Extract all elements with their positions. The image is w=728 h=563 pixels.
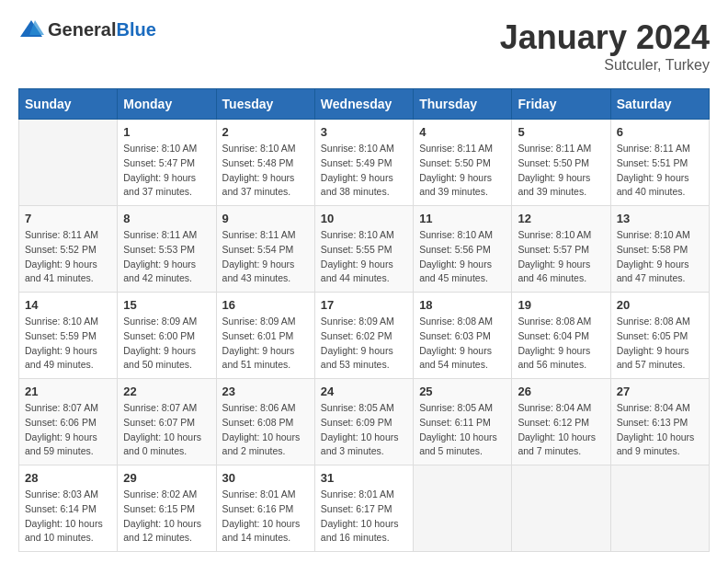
calendar-cell: 15Sunrise: 8:09 AM Sunset: 6:00 PM Dayli… — [118, 293, 216, 379]
calendar-cell: 5Sunrise: 8:11 AM Sunset: 5:50 PM Daylig… — [512, 120, 610, 206]
calendar-cell: 6Sunrise: 8:11 AM Sunset: 5:51 PM Daylig… — [610, 120, 709, 206]
day-info: Sunrise: 8:10 AM Sunset: 5:47 PM Dayligh… — [123, 142, 210, 200]
day-number: 1 — [123, 125, 210, 139]
calendar-cell: 4Sunrise: 8:11 AM Sunset: 5:50 PM Daylig… — [414, 120, 512, 206]
day-number: 19 — [518, 298, 604, 312]
calendar-cell — [19, 120, 118, 206]
calendar-cell: 28Sunrise: 8:03 AM Sunset: 6:14 PM Dayli… — [19, 465, 118, 552]
day-info: Sunrise: 8:09 AM Sunset: 6:00 PM Dayligh… — [123, 315, 210, 373]
calendar-cell: 10Sunrise: 8:10 AM Sunset: 5:55 PM Dayli… — [314, 206, 413, 293]
calendar-cell: 21Sunrise: 8:07 AM Sunset: 6:06 PM Dayli… — [19, 379, 118, 465]
weekday-header-thursday: Thursday — [414, 89, 512, 120]
calendar-header: SundayMondayTuesdayWednesdayThursdayFrid… — [19, 89, 710, 120]
day-number: 27 — [617, 385, 703, 398]
day-number: 29 — [123, 471, 210, 485]
calendar-cell: 7Sunrise: 8:11 AM Sunset: 5:52 PM Daylig… — [19, 206, 118, 293]
day-number: 3 — [321, 125, 407, 139]
calendar-cell: 12Sunrise: 8:10 AM Sunset: 5:57 PM Dayli… — [512, 206, 610, 293]
calendar-cell: 26Sunrise: 8:04 AM Sunset: 6:12 PM Dayli… — [512, 379, 610, 465]
day-info: Sunrise: 8:10 AM Sunset: 5:48 PM Dayligh… — [222, 142, 309, 200]
day-info: Sunrise: 8:02 AM Sunset: 6:15 PM Dayligh… — [123, 488, 210, 546]
day-number: 16 — [222, 298, 309, 312]
calendar-cell — [414, 465, 512, 552]
day-number: 31 — [321, 471, 407, 485]
calendar-cell: 13Sunrise: 8:10 AM Sunset: 5:58 PM Dayli… — [610, 206, 709, 293]
day-number: 4 — [419, 125, 506, 139]
calendar-cell: 16Sunrise: 8:09 AM Sunset: 6:01 PM Dayli… — [216, 293, 314, 379]
day-info: Sunrise: 8:01 AM Sunset: 6:16 PM Dayligh… — [222, 488, 309, 546]
day-number: 9 — [222, 212, 309, 225]
day-info: Sunrise: 8:08 AM Sunset: 6:03 PM Dayligh… — [419, 315, 506, 373]
calendar-cell: 22Sunrise: 8:07 AM Sunset: 6:07 PM Dayli… — [118, 379, 216, 465]
day-info: Sunrise: 8:08 AM Sunset: 6:04 PM Dayligh… — [518, 315, 604, 373]
calendar-cell: 1Sunrise: 8:10 AM Sunset: 5:47 PM Daylig… — [118, 120, 216, 206]
day-number: 15 — [123, 298, 210, 312]
calendar-week-4: 28Sunrise: 8:03 AM Sunset: 6:14 PM Dayli… — [19, 465, 710, 552]
calendar-body: 1Sunrise: 8:10 AM Sunset: 5:47 PM Daylig… — [19, 120, 710, 552]
day-info: Sunrise: 8:10 AM Sunset: 5:49 PM Dayligh… — [321, 142, 407, 200]
day-info: Sunrise: 8:10 AM Sunset: 5:57 PM Dayligh… — [518, 228, 604, 286]
calendar-cell: 25Sunrise: 8:05 AM Sunset: 6:11 PM Dayli… — [414, 379, 512, 465]
day-info: Sunrise: 8:11 AM Sunset: 5:54 PM Dayligh… — [222, 228, 309, 286]
calendar-cell: 23Sunrise: 8:06 AM Sunset: 6:08 PM Dayli… — [216, 379, 314, 465]
weekday-header-saturday: Saturday — [610, 89, 709, 120]
day-info: Sunrise: 8:04 AM Sunset: 6:13 PM Dayligh… — [617, 401, 703, 459]
day-info: Sunrise: 8:03 AM Sunset: 6:14 PM Dayligh… — [25, 488, 111, 546]
day-number: 22 — [123, 385, 210, 398]
weekday-header-sunday: Sunday — [19, 89, 118, 120]
day-info: Sunrise: 8:06 AM Sunset: 6:08 PM Dayligh… — [222, 401, 309, 459]
day-number: 10 — [321, 212, 407, 225]
day-info: Sunrise: 8:10 AM Sunset: 5:59 PM Dayligh… — [25, 315, 111, 373]
logo-general: General — [48, 19, 116, 40]
weekday-row: SundayMondayTuesdayWednesdayThursdayFrid… — [19, 89, 710, 120]
subtitle: Sutculer, Turkey — [500, 57, 710, 74]
day-info: Sunrise: 8:04 AM Sunset: 6:12 PM Dayligh… — [518, 401, 604, 459]
day-info: Sunrise: 8:10 AM Sunset: 5:55 PM Dayligh… — [321, 228, 407, 286]
calendar-cell: 2Sunrise: 8:10 AM Sunset: 5:48 PM Daylig… — [216, 120, 314, 206]
calendar-table: SundayMondayTuesdayWednesdayThursdayFrid… — [18, 88, 710, 552]
weekday-header-friday: Friday — [512, 89, 610, 120]
day-info: Sunrise: 8:11 AM Sunset: 5:50 PM Dayligh… — [518, 142, 604, 200]
day-number: 12 — [518, 212, 604, 225]
calendar-week-2: 14Sunrise: 8:10 AM Sunset: 5:59 PM Dayli… — [19, 293, 710, 379]
day-number: 2 — [222, 125, 309, 139]
day-info: Sunrise: 8:11 AM Sunset: 5:50 PM Dayligh… — [419, 142, 506, 200]
day-number: 11 — [419, 212, 506, 225]
day-info: Sunrise: 8:05 AM Sunset: 6:09 PM Dayligh… — [321, 401, 407, 459]
day-info: Sunrise: 8:11 AM Sunset: 5:53 PM Dayligh… — [123, 228, 210, 286]
logo: GeneralBlue — [18, 18, 156, 40]
title-area: January 2024 Sutculer, Turkey — [500, 18, 710, 74]
calendar-cell: 24Sunrise: 8:05 AM Sunset: 6:09 PM Dayli… — [314, 379, 413, 465]
calendar-cell: 8Sunrise: 8:11 AM Sunset: 5:53 PM Daylig… — [118, 206, 216, 293]
day-number: 5 — [518, 125, 604, 139]
calendar-cell: 27Sunrise: 8:04 AM Sunset: 6:13 PM Dayli… — [610, 379, 709, 465]
calendar-cell: 31Sunrise: 8:01 AM Sunset: 6:17 PM Dayli… — [314, 465, 413, 552]
day-info: Sunrise: 8:01 AM Sunset: 6:17 PM Dayligh… — [321, 488, 407, 546]
day-info: Sunrise: 8:07 AM Sunset: 6:07 PM Dayligh… — [123, 401, 210, 459]
calendar-week-3: 21Sunrise: 8:07 AM Sunset: 6:06 PM Dayli… — [19, 379, 710, 465]
calendar-cell: 17Sunrise: 8:09 AM Sunset: 6:02 PM Dayli… — [314, 293, 413, 379]
day-number: 7 — [25, 212, 111, 225]
day-info: Sunrise: 8:11 AM Sunset: 5:51 PM Dayligh… — [617, 142, 703, 200]
calendar-cell: 19Sunrise: 8:08 AM Sunset: 6:04 PM Dayli… — [512, 293, 610, 379]
calendar-week-1: 7Sunrise: 8:11 AM Sunset: 5:52 PM Daylig… — [19, 206, 710, 293]
day-number: 30 — [222, 471, 309, 485]
calendar-week-0: 1Sunrise: 8:10 AM Sunset: 5:47 PM Daylig… — [19, 120, 710, 206]
weekday-header-wednesday: Wednesday — [314, 89, 413, 120]
day-info: Sunrise: 8:08 AM Sunset: 6:05 PM Dayligh… — [617, 315, 703, 373]
day-number: 14 — [25, 298, 111, 312]
calendar-cell — [610, 465, 709, 552]
day-number: 8 — [123, 212, 210, 225]
calendar-cell — [512, 465, 610, 552]
calendar-cell: 29Sunrise: 8:02 AM Sunset: 6:15 PM Dayli… — [118, 465, 216, 552]
day-info: Sunrise: 8:05 AM Sunset: 6:11 PM Dayligh… — [419, 401, 506, 459]
day-number: 17 — [321, 298, 407, 312]
logo-icon — [18, 18, 44, 40]
calendar-cell: 18Sunrise: 8:08 AM Sunset: 6:03 PM Dayli… — [414, 293, 512, 379]
day-number: 25 — [419, 385, 506, 398]
day-number: 23 — [222, 385, 309, 398]
day-number: 13 — [617, 212, 703, 225]
calendar-cell: 20Sunrise: 8:08 AM Sunset: 6:05 PM Dayli… — [610, 293, 709, 379]
day-number: 26 — [518, 385, 604, 398]
calendar-cell: 14Sunrise: 8:10 AM Sunset: 5:59 PM Dayli… — [19, 293, 118, 379]
